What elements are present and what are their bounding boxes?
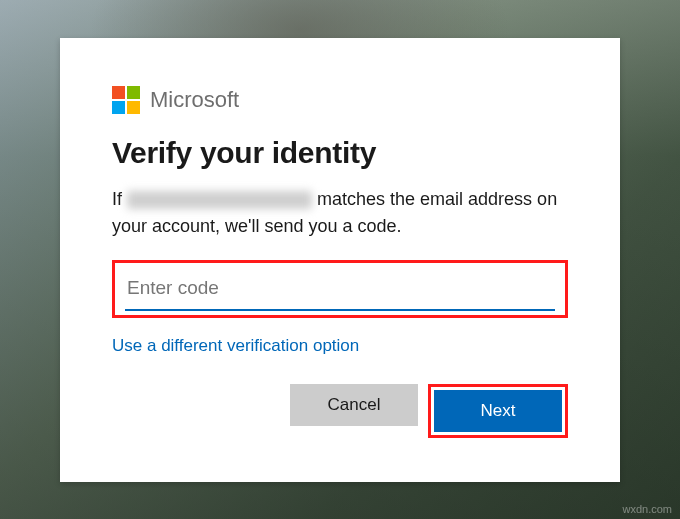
description-text: If matches the email address on your acc… (112, 186, 568, 240)
desc-prefix: If (112, 189, 127, 209)
brand-name: Microsoft (150, 87, 239, 113)
code-input[interactable] (125, 271, 555, 311)
button-row: Cancel Next (112, 384, 568, 438)
watermark: wxdn.com (622, 503, 672, 515)
brand-row: Microsoft (112, 86, 568, 114)
verify-identity-card: Microsoft Verify your identity If matche… (60, 38, 620, 482)
next-button[interactable]: Next (434, 390, 562, 432)
page-title: Verify your identity (112, 136, 568, 170)
cancel-button[interactable]: Cancel (290, 384, 418, 426)
alt-verification-link[interactable]: Use a different verification option (112, 336, 359, 356)
redacted-email (127, 191, 312, 209)
microsoft-logo-icon (112, 86, 140, 114)
next-button-highlight-box: Next (428, 384, 568, 438)
code-input-highlight-box (112, 260, 568, 318)
